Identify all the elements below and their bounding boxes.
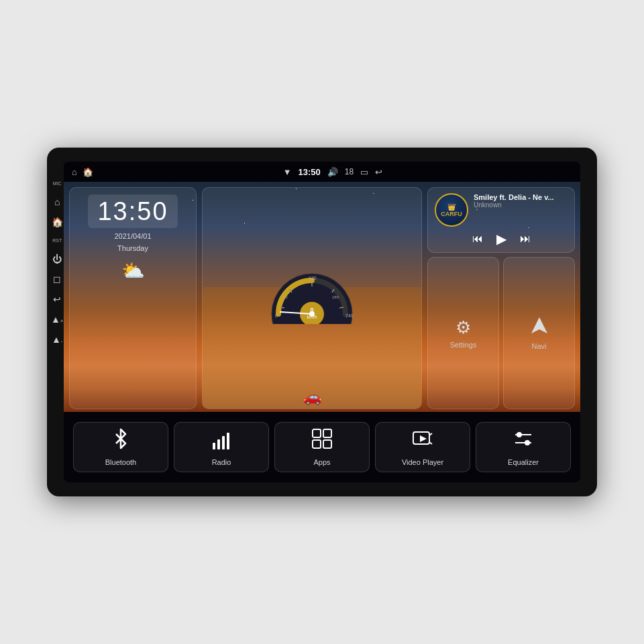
- music-title: Smiley ft. Delia - Ne v...: [474, 193, 568, 201]
- svg-text:60: 60: [283, 295, 288, 299]
- status-left: ⌂ 🏠: [72, 167, 93, 177]
- side-controls: MIC ⌂ 🏠 RST ⏻ ◻ ↩ ▲+ ▲-: [51, 181, 64, 345]
- widgets-row: 13:50 2021/04/01 Thursday ⛅: [64, 182, 580, 412]
- svg-rect-24: [323, 440, 331, 448]
- next-button[interactable]: ⏭: [520, 233, 531, 245]
- svg-text:240: 240: [345, 313, 354, 318]
- right-widgets: 👑 CARFU Smiley ft. Delia - Ne v... Unkno…: [427, 187, 575, 409]
- svg-marker-16: [531, 317, 547, 333]
- settings-widget[interactable]: ⚙ Settings: [427, 257, 499, 409]
- speedometer-svg: 0 km/h 0 240 120 60: [268, 270, 356, 324]
- svg-rect-20: [227, 433, 229, 449]
- car-head-unit: MIC ⌂ 🏠 RST ⏻ ◻ ↩ ▲+ ▲- ⌂ 🏠 ▼ 13:50 🔊 18…: [47, 148, 597, 496]
- navi-label: Navi: [531, 342, 546, 350]
- settings-icon: ⚙: [455, 317, 471, 338]
- nav-item-video[interactable]: Video Player: [375, 422, 470, 472]
- navi-widget[interactable]: Navi: [503, 257, 575, 409]
- weather-icon: ⛅: [121, 260, 145, 282]
- navi-icon: [530, 316, 549, 339]
- svg-rect-22: [323, 429, 331, 437]
- logo-text: CARFU: [441, 211, 462, 217]
- nav-item-radio[interactable]: Radio: [174, 422, 269, 472]
- home2-button[interactable]: 🏠: [52, 217, 63, 227]
- svg-rect-21: [313, 429, 321, 437]
- nav-item-bluetooth[interactable]: Bluetooth: [73, 422, 168, 472]
- status-center: ▼ 13:50 🔊 18 ▭ ↩: [283, 167, 382, 177]
- nav-item-equalizer[interactable]: Equalizer: [476, 422, 571, 472]
- equalizer-label: Equalizer: [508, 458, 539, 466]
- svg-text:180: 180: [332, 295, 339, 299]
- home-status-icon: ⌂: [72, 167, 77, 177]
- apps-icon: [311, 428, 333, 454]
- svg-rect-23: [313, 440, 321, 448]
- status-time: 13:50: [299, 167, 321, 177]
- settings-navi-row: ⚙ Settings Navi: [427, 257, 575, 409]
- apps-label: Apps: [313, 458, 330, 466]
- equalizer-icon: [513, 428, 534, 454]
- clock-date-line2: Thursday: [114, 243, 151, 255]
- video-icon: [412, 428, 433, 454]
- bluetooth-icon: [110, 428, 131, 454]
- radio-icon: [211, 428, 232, 454]
- radio-label: Radio: [212, 458, 231, 466]
- svg-point-15: [309, 311, 315, 317]
- speedometer-widget: 0 km/h 0 240 120 60: [202, 187, 422, 409]
- vol-down-button[interactable]: ▲-: [52, 334, 63, 345]
- clock-date: 2021/04/01 Thursday: [114, 231, 151, 254]
- svg-text:120: 120: [309, 276, 317, 280]
- car-icon: 🚗: [303, 388, 321, 406]
- battery-icon: ▭: [360, 167, 368, 177]
- power-button[interactable]: ⏻: [52, 254, 62, 264]
- prev-button[interactable]: ⏮: [472, 233, 483, 245]
- main-content: 13:50 2021/04/01 Thursday ⛅: [64, 182, 580, 412]
- svg-point-30: [517, 432, 522, 437]
- music-artist: Unknown: [474, 201, 568, 209]
- nav-item-apps[interactable]: Apps: [274, 422, 370, 472]
- settings-label: Settings: [450, 341, 477, 349]
- svg-point-32: [525, 440, 530, 445]
- house-status-icon: 🏠: [83, 167, 93, 177]
- clock-date-line1: 2021/04/01: [114, 231, 151, 243]
- music-info: Smiley ft. Delia - Ne v... Unknown: [474, 193, 568, 209]
- clock-display: 13:50: [88, 195, 177, 228]
- bottom-nav-bar: Bluetooth Radio: [64, 412, 580, 482]
- clock-widget: 13:50 2021/04/01 Thursday ⛅: [69, 187, 197, 409]
- speedometer: 0 km/h 0 240 120 60: [268, 270, 356, 327]
- home3-button[interactable]: ◻: [53, 274, 61, 284]
- svg-rect-19: [222, 436, 225, 449]
- wifi-icon: ▼: [283, 167, 292, 177]
- home-button[interactable]: ⌂: [54, 197, 60, 207]
- video-label: Video Player: [402, 458, 443, 466]
- status-bar: ⌂ 🏠 ▼ 13:50 🔊 18 ▭ ↩: [64, 162, 580, 182]
- music-widget[interactable]: 👑 CARFU Smiley ft. Delia - Ne v... Unkno…: [427, 187, 575, 253]
- main-screen: ⌂ 🏠 ▼ 13:50 🔊 18 ▭ ↩ 13:50: [64, 162, 580, 482]
- volume-icon: 🔊: [327, 167, 338, 177]
- music-logo: 👑 CARFU: [435, 193, 468, 227]
- music-top: 👑 CARFU Smiley ft. Delia - Ne v... Unkno…: [435, 193, 568, 227]
- back-status-icon: ↩: [375, 167, 382, 177]
- music-controls: ⏮ ▶ ⏭: [435, 231, 568, 247]
- svg-line-28: [429, 442, 432, 444]
- rst-label: RST: [52, 238, 62, 243]
- clock-time: 13:50: [97, 199, 168, 224]
- svg-text:0: 0: [275, 313, 278, 318]
- svg-rect-18: [217, 439, 220, 449]
- svg-line-7: [280, 307, 284, 308]
- svg-line-8: [339, 307, 343, 308]
- mic-label: MIC: [53, 181, 62, 186]
- play-button[interactable]: ▶: [496, 231, 506, 247]
- bluetooth-label: Bluetooth: [105, 458, 136, 466]
- vol-up-button[interactable]: ▲+: [51, 314, 64, 325]
- back-button[interactable]: ↩: [53, 294, 61, 305]
- svg-rect-17: [213, 443, 215, 449]
- svg-marker-26: [420, 435, 427, 442]
- volume-level: 18: [345, 167, 354, 176]
